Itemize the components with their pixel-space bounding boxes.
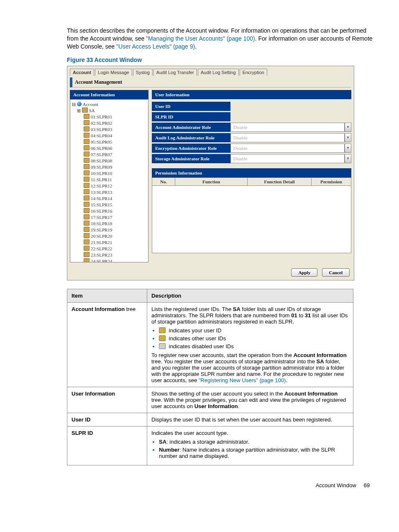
chevron-down-icon[interactable]: ▼ xyxy=(345,133,351,142)
label-audit-admin-role: Audit Log Administrator Role xyxy=(152,133,230,142)
user-id-icon xyxy=(159,327,166,333)
folder-icon xyxy=(84,145,90,150)
folder-icon xyxy=(84,239,90,244)
folder-icon xyxy=(84,152,90,157)
user-information-header: User Information xyxy=(152,90,351,99)
account-information-header: Account Information xyxy=(70,90,148,99)
tab-syslog[interactable]: Syslog xyxy=(133,69,153,76)
tab-account[interactable]: Account xyxy=(70,69,94,76)
account-tree[interactable]: ⊟ Account ⊞ SA 01:SLPR01 02:SLPR02 03:SL… xyxy=(70,99,148,262)
folder-icon xyxy=(84,252,90,257)
folder-icon xyxy=(84,233,90,238)
label-account-admin-role: Account Administrator Role xyxy=(152,123,230,132)
tree-item[interactable]: 11:SLPR11 xyxy=(71,177,147,183)
label-encryption-admin-role: Encryption Administrator Role xyxy=(152,144,230,153)
col-permission: Permission xyxy=(312,177,351,185)
col-description: Description xyxy=(147,289,353,302)
chevron-down-icon[interactable]: ▼ xyxy=(345,144,351,153)
tree-item[interactable]: 04:SLPR04 xyxy=(71,133,147,139)
tree-item[interactable]: 14:SLPR14 xyxy=(71,195,147,202)
desc-user-information: Shows the setting of the user account yo… xyxy=(147,387,353,413)
tree-item[interactable]: 17:SLPR17 xyxy=(71,214,147,221)
tree-item[interactable]: 23:SLPR23 xyxy=(71,252,147,258)
folder-icon xyxy=(84,126,90,131)
tree-item[interactable]: 09:SLPR09 xyxy=(71,164,147,170)
tree-item[interactable]: 20:SLPR20 xyxy=(71,233,147,239)
tree-item[interactable]: 19:SLPR19 xyxy=(71,227,147,233)
page-footer: Account Window69 xyxy=(67,482,374,488)
link-registering-new-users[interactable]: "Registering New Users" (page 100) xyxy=(199,377,286,383)
tree-item[interactable]: 06:SLPR06 xyxy=(71,145,147,152)
item-account-information-tree: Account Information tree xyxy=(67,302,147,387)
permission-table: No. Function Function Detail Permission xyxy=(152,177,351,186)
label-storage-admin-role: Storage Administrator Role xyxy=(152,154,230,163)
select-storage-admin-role[interactable]: Disable xyxy=(230,154,345,163)
folder-icon xyxy=(84,158,90,163)
chevron-down-icon[interactable]: ▼ xyxy=(345,154,351,163)
apply-button[interactable]: Apply xyxy=(291,268,317,277)
folder-icon xyxy=(84,195,90,200)
folder-icon xyxy=(84,246,90,251)
account-window-screenshot: Account Login Message Syslog Audit Log T… xyxy=(67,66,354,280)
tree-item[interactable]: 07:SLPR07 xyxy=(71,152,147,158)
folder-icon xyxy=(84,133,90,138)
folder-icon xyxy=(84,183,90,188)
item-user-id: User ID xyxy=(67,413,147,426)
link-managing-user-accounts[interactable]: "Managing the User Accounts" (page 100) xyxy=(146,35,255,42)
tab-encryption[interactable]: Encryption xyxy=(240,69,267,76)
user-id-icon xyxy=(159,335,166,341)
select-audit-admin-role[interactable]: Disable xyxy=(230,133,345,142)
tree-item[interactable]: 21:SLPR21 xyxy=(71,239,147,246)
tree-item[interactable]: 18:SLPR18 xyxy=(71,221,147,227)
figure-caption: Figure 33 Account Window xyxy=(67,57,374,63)
desc-slpr-id: Indicates the user account type. SA: ind… xyxy=(147,426,353,465)
globe-icon xyxy=(77,102,82,106)
value-user-id xyxy=(230,104,351,108)
tree-item[interactable]: 08:SLPR08 xyxy=(71,158,147,164)
tree-item[interactable]: 13:SLPR13 xyxy=(71,189,147,195)
tab-login-message[interactable]: Login Message xyxy=(95,69,132,76)
col-item: Item xyxy=(67,289,147,302)
tree-item[interactable]: 22:SLPR22 xyxy=(71,246,147,252)
page-number: 69 xyxy=(364,482,370,488)
folder-icon xyxy=(84,139,90,144)
col-no: No. xyxy=(152,177,175,185)
folder-icon xyxy=(84,227,90,232)
folder-icon xyxy=(82,108,88,113)
folder-icon xyxy=(84,177,90,182)
tree-item[interactable]: 12:SLPR12 xyxy=(71,183,147,189)
folder-icon xyxy=(84,164,90,169)
desc-user-id: Displays the user ID that is set when th… xyxy=(147,413,353,426)
item-user-information: User Information xyxy=(67,387,147,413)
folder-icon xyxy=(84,114,90,119)
panel-title: Account Management xyxy=(70,77,351,87)
tab-audit-log-setting[interactable]: Audit Log Setting xyxy=(198,69,239,76)
tree-item[interactable]: 01:SLPR01 xyxy=(71,114,147,120)
chevron-down-icon[interactable]: ▼ xyxy=(345,123,351,132)
select-account-admin-role[interactable]: Disable xyxy=(230,123,345,132)
folder-icon xyxy=(84,202,90,207)
label-slpr-id: SLPR ID xyxy=(152,112,230,121)
tab-bar: Account Login Message Syslog Audit Log T… xyxy=(67,66,354,76)
intro-paragraph: This section describes the components of… xyxy=(67,27,374,51)
tree-item[interactable]: 05:SLPR05 xyxy=(71,139,147,145)
tree-item[interactable]: 10:SLPR10 xyxy=(71,170,147,177)
tree-item[interactable]: 02:SLPR02 xyxy=(71,120,147,126)
folder-icon xyxy=(84,170,90,175)
col-function: Function xyxy=(175,177,248,185)
permission-table-body xyxy=(152,186,351,253)
link-user-access-levels[interactable]: "User Access Levels" (page 9) xyxy=(116,43,195,50)
folder-icon xyxy=(84,208,90,213)
tree-item[interactable]: 15:SLPR15 xyxy=(71,202,147,208)
tree-root[interactable]: ⊟ Account xyxy=(71,101,147,108)
tab-audit-log-transfer[interactable]: Audit Log Transfer xyxy=(153,69,197,76)
desc-account-information-tree: Lists the registered user IDs. The SA fo… xyxy=(147,302,353,387)
label-user-id: User ID xyxy=(152,102,230,111)
cancel-button[interactable]: Cancel xyxy=(322,268,350,277)
tree-item[interactable]: 16:SLPR16 xyxy=(71,208,147,214)
tree-item[interactable]: 24:SLPR24 xyxy=(71,258,147,262)
tree-sa-folder[interactable]: ⊞ SA xyxy=(71,108,147,114)
tree-item[interactable]: 03:SLPR03 xyxy=(71,126,147,133)
folder-icon xyxy=(84,189,90,194)
select-encryption-admin-role[interactable]: Disable xyxy=(230,144,345,153)
